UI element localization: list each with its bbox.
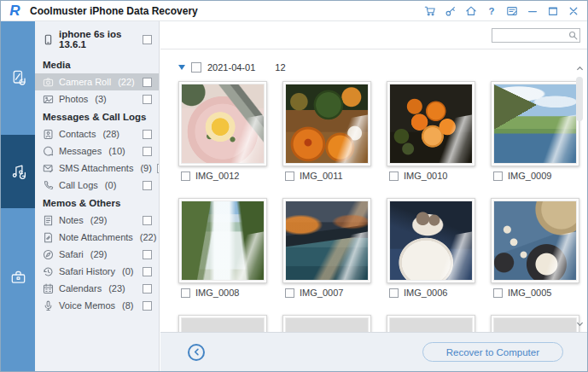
chat-icon bbox=[43, 146, 54, 157]
date-group-checkbox[interactable] bbox=[191, 62, 201, 73]
help-icon[interactable]: ? bbox=[485, 4, 498, 17]
photo-thumbnail[interactable] bbox=[387, 198, 475, 283]
photo-label: IMG_0008 bbox=[195, 288, 239, 298]
sidebar-item-photos[interactable]: Photos(3) bbox=[35, 90, 159, 108]
photo-thumbnail[interactable] bbox=[491, 81, 579, 166]
titlebar: R Coolmuster iPhone Data Recovery ? bbox=[1, 1, 587, 21]
sidebar-item-checkbox[interactable] bbox=[143, 181, 152, 190]
section-header: Memos & Others bbox=[35, 194, 159, 212]
camera-icon bbox=[43, 77, 54, 88]
sidebar-item-camera-roll[interactable]: Camera Roll(22) bbox=[35, 73, 159, 90]
nav-rail bbox=[1, 21, 35, 371]
rail-item-toolbox[interactable] bbox=[1, 260, 35, 294]
photo-thumbnail[interactable] bbox=[387, 81, 475, 166]
sidebar-item-count: (0) bbox=[105, 180, 116, 190]
photo-thumbnail[interactable] bbox=[282, 81, 371, 166]
photo-thumbnail[interactable] bbox=[282, 198, 371, 283]
sidebar-item-label: Safari History bbox=[59, 266, 115, 276]
photo-image-waterfall bbox=[182, 201, 264, 280]
history-icon bbox=[43, 266, 54, 277]
date-group-row: 2021-04-01 12 bbox=[160, 49, 587, 76]
photo-thumbnail[interactable] bbox=[387, 315, 475, 332]
home-icon[interactable] bbox=[464, 4, 477, 17]
sidebar-item-contacts[interactable]: Contacts(28) bbox=[35, 125, 159, 142]
rail-item-phone-recovery[interactable] bbox=[1, 61, 35, 95]
sidebar-item-count: (29) bbox=[90, 249, 108, 259]
scroll-down-icon[interactable] bbox=[574, 318, 585, 328]
search-input[interactable] bbox=[494, 30, 568, 40]
sidebar-item-checkbox[interactable] bbox=[143, 95, 152, 104]
photo-checkbox[interactable] bbox=[181, 171, 190, 181]
sidebar-item-voice-memos[interactable]: Voice Memos(8) bbox=[35, 297, 159, 314]
register-key-icon[interactable] bbox=[444, 4, 457, 17]
mail-icon bbox=[43, 163, 54, 174]
sidebar-item-label: SMS Attachments bbox=[59, 163, 133, 173]
photo-thumbnail[interactable] bbox=[178, 198, 267, 283]
recover-button[interactable]: Recover to Computer bbox=[422, 342, 563, 362]
scrollbar-thumb[interactable] bbox=[576, 77, 583, 121]
photo-thumbnail[interactable] bbox=[491, 315, 579, 332]
sidebar-item-messages[interactable]: Messages(10) bbox=[35, 142, 159, 160]
maximize-icon[interactable] bbox=[546, 4, 559, 17]
photo-checkbox[interactable] bbox=[285, 288, 294, 298]
photo-content: 2021-04-01 12 IMG_0012IMG_0011IMG_0010IM… bbox=[160, 49, 587, 332]
photo-label: IMG_0007 bbox=[300, 288, 343, 298]
sidebar-item-checkbox[interactable] bbox=[143, 301, 152, 311]
close-icon[interactable] bbox=[567, 4, 579, 17]
photo-cell: IMG_0007 bbox=[282, 198, 373, 298]
photo-cell: IMG_0009 bbox=[491, 81, 581, 181]
sidebar-item-checkbox[interactable] bbox=[143, 284, 152, 294]
photo-image-oranges bbox=[390, 84, 472, 163]
sidebar-item-checkbox[interactable] bbox=[143, 250, 152, 259]
sidebar-item-note-attachments[interactable]: Note Attachments(22) bbox=[35, 229, 159, 246]
photo-checkbox[interactable] bbox=[181, 288, 190, 298]
photo-checkbox[interactable] bbox=[493, 288, 503, 298]
sidebar-item-safari[interactable]: Safari(29) bbox=[35, 246, 159, 263]
feedback-icon[interactable] bbox=[505, 4, 518, 17]
scroll-up-icon[interactable] bbox=[574, 63, 585, 73]
sidebar-item-notes[interactable]: Notes(29) bbox=[35, 212, 159, 229]
photo-label-row: IMG_0010 bbox=[387, 171, 477, 181]
sidebar-item-sms-attachments[interactable]: SMS Attachments(9) bbox=[35, 160, 159, 177]
search-box bbox=[492, 28, 580, 43]
sidebar-item-safari-history[interactable]: Safari History(0) bbox=[35, 263, 159, 280]
photo-label: IMG_0011 bbox=[300, 171, 343, 181]
sidebar-item-checkbox[interactable] bbox=[143, 216, 152, 225]
photo-checkbox[interactable] bbox=[389, 171, 399, 181]
sidebar-item-label: Note Attachments bbox=[59, 232, 133, 242]
photo-checkbox[interactable] bbox=[493, 171, 503, 181]
photo-thumbnail[interactable] bbox=[178, 315, 267, 332]
photo-label-row: IMG_0007 bbox=[282, 288, 373, 298]
back-button[interactable] bbox=[188, 344, 205, 361]
photo-checkbox[interactable] bbox=[389, 288, 399, 298]
sidebar-item-checkbox[interactable] bbox=[143, 147, 152, 156]
photo-icon bbox=[43, 94, 54, 105]
photo-thumbnail[interactable] bbox=[491, 198, 579, 283]
sidebar-item-calendars[interactable]: Calendars(23) bbox=[35, 280, 159, 297]
photo-label: IMG_0012 bbox=[195, 171, 239, 181]
device-checkbox[interactable] bbox=[143, 35, 152, 44]
sidebar-item-label: Messages bbox=[59, 146, 102, 156]
sidebar-item-checkbox[interactable] bbox=[157, 164, 160, 173]
photo-label: IMG_0005 bbox=[508, 288, 551, 298]
store-cart-icon[interactable] bbox=[423, 4, 436, 17]
search-icon[interactable] bbox=[568, 31, 578, 40]
collapse-triangle-icon[interactable] bbox=[178, 65, 185, 70]
minimize-icon[interactable] bbox=[526, 4, 539, 17]
sidebar-item-checkbox[interactable] bbox=[143, 267, 152, 276]
calendar-icon bbox=[43, 283, 54, 294]
sidebar-device-row[interactable]: iphone 6s ios 13.6.1 bbox=[35, 21, 159, 55]
app-title: Coolmuster iPhone Data Recovery bbox=[30, 5, 198, 17]
photo-thumbnail[interactable] bbox=[282, 315, 371, 332]
photo-label-row: IMG_0011 bbox=[282, 171, 373, 181]
sidebar-item-call-logs[interactable]: Call Logs(0) bbox=[35, 177, 159, 194]
sidebar-item-checkbox[interactable] bbox=[143, 78, 152, 87]
photo-label: IMG_0009 bbox=[508, 171, 551, 181]
sidebar-item-checkbox[interactable] bbox=[143, 130, 152, 139]
main-topbar bbox=[160, 21, 587, 49]
photo-thumbnail[interactable] bbox=[178, 81, 267, 166]
rail-item-media-recovery[interactable] bbox=[1, 135, 35, 208]
device-phone-icon bbox=[43, 34, 54, 45]
photo-cell-partial bbox=[282, 315, 373, 332]
photo-checkbox[interactable] bbox=[285, 171, 294, 181]
